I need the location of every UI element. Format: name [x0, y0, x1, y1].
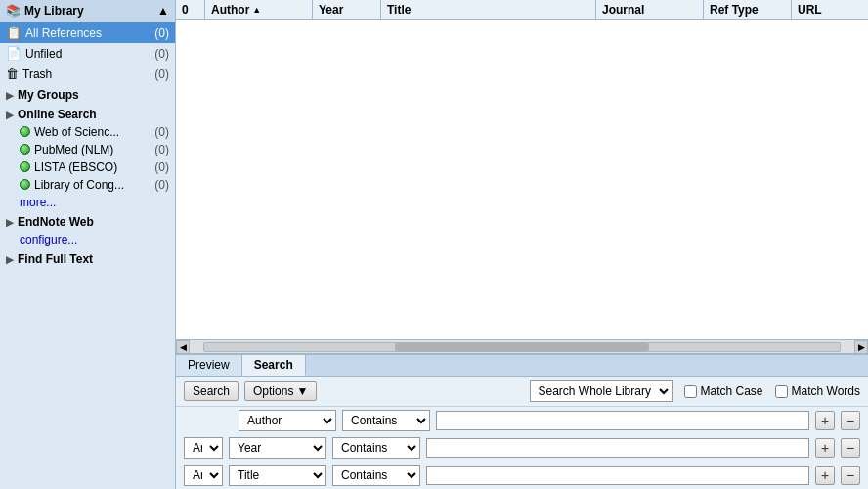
search-tabs: Preview Search	[176, 355, 868, 377]
col-author-label: Author	[211, 3, 249, 17]
options-button[interactable]: Options ▼	[244, 381, 317, 401]
scroll-right-btn[interactable]: ▶	[854, 340, 868, 354]
options-dropdown-icon: ▼	[296, 384, 308, 398]
sidebar-my-library-header[interactable]: 📚 My Library ▲	[0, 0, 175, 22]
search-row-3-remove-btn[interactable]: −	[841, 466, 860, 485]
horizontal-scrollbar[interactable]: ◀ ▶	[176, 339, 868, 353]
search-scope-select[interactable]: Search Whole Library	[530, 380, 673, 402]
search-row-3: And Or Not Title Author Year Contains Is…	[176, 462, 868, 489]
search-row-2-remove-btn[interactable]: −	[841, 438, 860, 458]
search-row-1-add-btn[interactable]: +	[815, 411, 835, 430]
trash-icon: 🗑	[6, 67, 19, 81]
sidebar-item-lista[interactable]: LISTA (EBSCO) (0)	[0, 158, 175, 176]
sidebar-item-library-congress[interactable]: Library of Cong... (0)	[0, 176, 175, 194]
sidebar-item-all-references[interactable]: 📋 All References (0)	[0, 22, 175, 43]
search-row-1: Author Year Title Contains Is + −	[176, 407, 868, 434]
search-row-1-field[interactable]: Author Year Title	[239, 410, 336, 431]
search-row-2-condition[interactable]: Contains Is	[332, 437, 420, 459]
search-row-3-field[interactable]: Title Author Year	[229, 465, 326, 486]
tab-preview[interactable]: Preview	[176, 355, 242, 376]
col-header-ref-type[interactable]: Ref Type	[704, 0, 792, 19]
my-groups-label: My Groups	[18, 88, 79, 102]
sidebar: 📚 My Library ▲ 📋 All References (0) 📄 Un…	[0, 0, 176, 489]
search-tab-label: Search	[254, 358, 293, 372]
col-title-label: Title	[387, 3, 411, 17]
sidebar-item-unfiled[interactable]: 📄 Unfiled (0)	[0, 43, 175, 64]
scrollbar-thumb[interactable]	[395, 343, 649, 351]
col-url-label: URL	[798, 3, 822, 17]
col-ref-type-label: Ref Type	[710, 3, 759, 17]
match-words-label: Match Words	[792, 384, 860, 398]
search-row-1-remove-btn[interactable]: −	[841, 411, 860, 430]
sidebar-section-online-search[interactable]: ▶ Online Search	[0, 104, 175, 123]
table-header: 0 Author ▲ Year Title Journal Ref Type U…	[176, 0, 868, 20]
author-sort-icon: ▲	[252, 5, 261, 15]
library-icon: 📚	[6, 4, 21, 18]
endnote-web-toggle-icon: ▶	[6, 217, 14, 228]
col-header-journal[interactable]: Journal	[596, 0, 704, 19]
search-row-3-condition[interactable]: Contains Is	[332, 465, 420, 486]
sidebar-item-trash[interactable]: 🗑 Trash (0)	[0, 64, 175, 84]
search-row-1-value[interactable]	[436, 411, 809, 430]
sidebar-section-find-full-text[interactable]: ▶ Find Full Text	[0, 248, 175, 268]
tab-search[interactable]: Search	[242, 355, 306, 376]
web-of-science-icon	[20, 126, 30, 139]
scrollbar-track[interactable]	[203, 342, 841, 352]
search-button[interactable]: Search	[184, 381, 239, 401]
endnote-web-label: EndNote Web	[18, 215, 94, 229]
library-congress-label: Library of Cong...	[34, 178, 124, 192]
col-header-url[interactable]: URL	[792, 0, 868, 19]
col-header-author[interactable]: Author ▲	[205, 0, 313, 19]
match-case-group: Match Case	[684, 384, 763, 398]
lista-icon	[20, 161, 30, 174]
match-case-checkbox[interactable]	[684, 385, 697, 398]
main-area: 0 Author ▲ Year Title Journal Ref Type U…	[176, 0, 868, 489]
library-congress-count: (0)	[154, 178, 169, 192]
scroll-left-btn[interactable]: ◀	[176, 340, 190, 354]
search-row-2-field[interactable]: Year Author Title	[229, 437, 326, 459]
web-of-science-count: (0)	[154, 125, 169, 139]
search-row-3-add-btn[interactable]: +	[815, 466, 835, 485]
search-row-2-add-btn[interactable]: +	[815, 438, 835, 458]
search-row-1-condition[interactable]: Contains Is	[342, 410, 430, 431]
sidebar-section-my-groups[interactable]: ▶ My Groups	[0, 84, 175, 104]
pubmed-count: (0)	[154, 143, 169, 156]
unfiled-icon: 📄	[6, 46, 22, 61]
col-journal-label: Journal	[602, 3, 644, 17]
pubmed-icon	[20, 144, 30, 156]
sidebar-configure-link[interactable]: configure...	[0, 231, 175, 248]
preview-tab-label: Preview	[188, 358, 230, 372]
match-words-group: Match Words	[775, 384, 860, 398]
col-year-label: Year	[319, 3, 343, 17]
options-button-label: Options	[253, 384, 293, 398]
sidebar-my-library-title: 📚 My Library	[6, 4, 84, 18]
sidebar-section-endnote-web[interactable]: ▶ EndNote Web	[0, 211, 175, 231]
match-words-checkbox[interactable]	[775, 385, 788, 398]
pubmed-label: PubMed (NLM)	[34, 143, 113, 156]
more-label: more...	[20, 196, 56, 209]
find-full-text-toggle-icon: ▶	[6, 254, 14, 265]
col-num-label: 0	[182, 3, 189, 17]
search-row-2-connector[interactable]: And Or Not	[184, 437, 223, 459]
configure-label: configure...	[20, 233, 77, 246]
search-row-3-value[interactable]	[426, 466, 809, 485]
sort-icon: ▲	[157, 4, 169, 18]
col-header-num[interactable]: 0	[176, 0, 205, 19]
all-references-count: (0)	[154, 26, 169, 40]
lista-count: (0)	[154, 160, 169, 174]
all-references-label: All References	[25, 26, 102, 40]
find-full-text-label: Find Full Text	[18, 252, 93, 266]
search-button-label: Search	[193, 384, 230, 398]
search-row-3-connector[interactable]: And Or Not	[184, 465, 223, 486]
online-search-label: Online Search	[18, 108, 97, 121]
my-library-label: My Library	[24, 4, 84, 18]
my-groups-toggle-icon: ▶	[6, 90, 14, 101]
search-row-2-value[interactable]	[426, 438, 809, 458]
col-header-title[interactable]: Title	[381, 0, 596, 19]
sidebar-item-pubmed[interactable]: PubMed (NLM) (0)	[0, 141, 175, 158]
search-row-2: And Or Not Year Author Title Contains Is…	[176, 434, 868, 462]
sidebar-more-link[interactable]: more...	[0, 194, 175, 211]
all-refs-icon: 📋	[6, 25, 22, 40]
sidebar-item-web-of-science[interactable]: Web of Scienc... (0)	[0, 123, 175, 141]
col-header-year[interactable]: Year	[313, 0, 381, 19]
